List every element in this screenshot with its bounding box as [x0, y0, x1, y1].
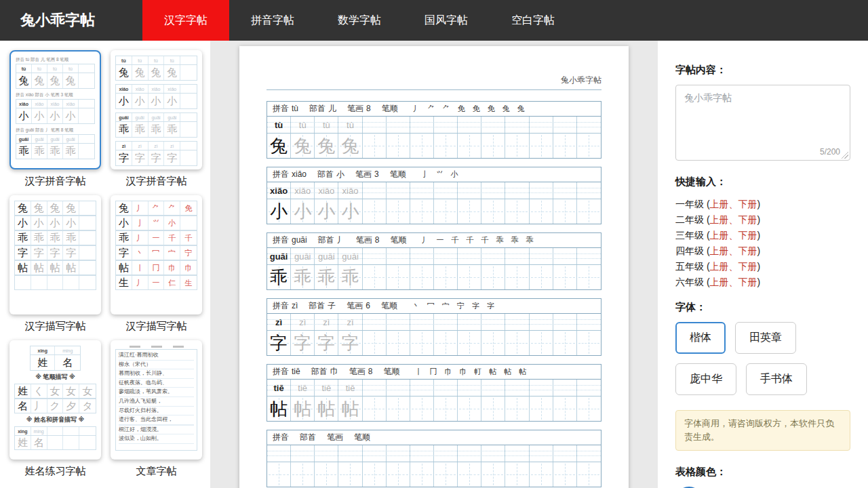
app-logo[interactable]: 兔小乖字帖 [0, 0, 142, 41]
pinyin-cell [577, 248, 601, 264]
char-glyph: 乖 [294, 266, 311, 289]
char-row: 帖帖帖帖 [267, 396, 601, 421]
mini-char-cell: 小 [149, 94, 165, 108]
font-button-4[interactable]: 手书体 [746, 363, 807, 395]
mini-pinyin-row: guāiguāiguāiguāi [16, 134, 95, 143]
char-glyph: 帖 [270, 397, 288, 421]
pinyin-cell [410, 314, 434, 330]
pinyin-cell [387, 117, 410, 133]
mini-char-cell: 丶 [132, 246, 149, 260]
mini-char-cell: 兔 [47, 73, 63, 88]
mini-char-cell [180, 122, 197, 137]
grade-link-vol2[interactable]: 下册 [738, 277, 757, 287]
tab-5[interactable]: 空白字帖 [490, 0, 576, 41]
header-value: 小 [336, 169, 344, 179]
grade-link-vol2[interactable]: 下册 [738, 199, 757, 209]
tab-3[interactable]: 数学字帖 [316, 0, 403, 41]
preview-area: 兔小乖字帖 拼音tù部首儿笔画8笔顺丿⺈⺈免免免兔兔tùtùtùtù兔兔兔兔拼音… [210, 41, 658, 488]
pinyin-cell [577, 380, 601, 396]
template-label: 汉字拼音字帖 [25, 175, 86, 188]
grade-link-vol2[interactable]: 下册 [738, 245, 757, 256]
thumb-section: guāiguāiguāiguāi乖乖乖乖 [115, 113, 197, 138]
char-glyph: 小 [294, 200, 311, 224]
char-cell [577, 331, 601, 355]
pinyin-cell [553, 314, 577, 330]
grade-link-vol1[interactable]: 上册 [710, 245, 729, 256]
char-glyph: 乖 [317, 266, 335, 289]
settings-panel: 字帖内容： 兔小乖字帖 5/200 快捷输入： 一年级 (上册、下册)二年级 (… [658, 41, 868, 488]
pinyin-cell [387, 314, 410, 330]
char-glyph: 兔 [294, 134, 311, 158]
article-line: 满江红·暮雨初收 [119, 351, 194, 361]
mini-char-cell [79, 261, 96, 274]
mini-char-cell: 一 [149, 276, 165, 289]
mini-pinyin-cell: zì [164, 142, 180, 150]
mini-header-line: 拼音 guāi 部首 丿 笔画 8 笔顺 [16, 127, 95, 134]
mini-char-cell [79, 216, 96, 230]
grade-link-vol1[interactable]: 上册 [710, 214, 729, 225]
grade-link-vol1[interactable]: 上册 [710, 230, 729, 241]
mini-char-cell: 宀 [164, 246, 180, 260]
mini-pinyin-cell: xing [15, 427, 31, 435]
template-thumbnail-pinyin-headers[interactable]: 拼音 tù 部首 儿 笔画 8 笔顺tùtùtùtù兔兔兔兔拼音 xiǎo 部首… [9, 50, 101, 169]
mini-char-cell: 小 [164, 216, 180, 230]
font-button-1[interactable]: 楷体 [675, 322, 726, 354]
pinyin-cell: zì [315, 314, 338, 330]
grade-link-vol2[interactable]: 下册 [738, 261, 757, 272]
main-layout: 拼音 tù 部首 儿 笔画 8 笔顺tùtùtùtù兔兔兔兔拼音 xiǎo 部首… [0, 41, 868, 488]
grade-link-vol1[interactable]: 上册 [710, 199, 729, 209]
pinyin-cell: tù [338, 117, 362, 133]
header-value: 8 [366, 104, 371, 113]
template-thumbnail-pinyin-simple[interactable]: tùtùtùtù兔兔兔兔xiǎoxiǎoxiǎoxiǎo小小小小guāiguāi… [111, 50, 202, 169]
template-thumbnail-trace[interactable]: 兔兔兔兔小小小小乖乖乖乖字字字字帖帖帖帖 [9, 195, 101, 314]
stroke-glyph: 千 [466, 235, 473, 245]
pinyin-cell [505, 445, 529, 462]
char-cell [530, 396, 553, 421]
grade-link-vol2[interactable]: 下册 [738, 230, 757, 241]
template-thumbnail-stroke[interactable]: 兔丿⺈⺈免小亅⺍小乖丿一千千字丶冖宀宁帖丨冂巾巾生丿一仁生 [111, 195, 202, 314]
grade-link-vol2[interactable]: 下册 [738, 214, 757, 225]
pinyin-cell: xiǎo [338, 182, 362, 199]
block-header: 拼音部首笔画笔顺 [267, 430, 601, 445]
pinyin-cell [434, 117, 458, 133]
pinyin-row [267, 445, 601, 462]
char-glyph: 乖 [341, 266, 359, 289]
tab-2[interactable]: 拼音字帖 [229, 0, 316, 41]
grade-link-vol1[interactable]: 上册 [710, 261, 729, 272]
header-label: 笔画 [347, 104, 363, 113]
pinyin-cell [315, 445, 338, 462]
mini-char-cell: 字 [132, 150, 149, 165]
tab-4[interactable]: 国风字帖 [403, 0, 490, 41]
mini-char-cell: 乖 [63, 231, 79, 245]
resize-handle-icon[interactable] [842, 152, 848, 159]
font-button-2[interactable]: 田英章 [735, 322, 796, 354]
mini-char-row: 生丿一仁生 [115, 275, 197, 290]
pinyin-cell [434, 380, 458, 396]
template-thumbnail-article[interactable]: 满江红·暮雨初收柳永（宋代）暮雨初收，长川静、征帆夜落。临岛屿、蓼烟疏淡，苇风萧… [111, 340, 202, 460]
pinyin-cell: xiǎo [291, 182, 315, 199]
mini-char-row: 帖丨冂巾巾 [115, 260, 197, 275]
pinyin-cell: zì [267, 314, 291, 330]
template-item-6: 满江红·暮雨初收柳永（宋代）暮雨初收，长川静、征帆夜落。临岛屿、蓼烟疏淡，苇风萧… [111, 340, 202, 485]
mini-char-row: 兔兔兔兔 [14, 201, 96, 216]
tab-1[interactable]: 汉字字帖 [142, 0, 229, 41]
pinyin-cell [363, 445, 387, 462]
article-header-fields [115, 346, 197, 348]
header-radical: 部首小 [317, 169, 344, 180]
mini-pinyin-cell: zì [132, 142, 149, 150]
mini-pinyin-cell: tù [149, 56, 165, 64]
char-glyph: 帖 [317, 397, 335, 421]
mini-char-cell: 兔 [15, 201, 31, 215]
mini-char-cell [79, 201, 96, 215]
header-value: guāi [292, 235, 307, 245]
preview-sheet: 兔小乖字帖 拼音tù部首儿笔画8笔顺丿⺈⺈免免免兔兔tùtùtùtù兔兔兔兔拼音… [239, 46, 629, 488]
mini-pinyin-cell: xiǎo [63, 100, 79, 108]
mini-char-row: 姓名 [30, 354, 81, 371]
font-button-3[interactable]: 庞中华 [675, 363, 736, 395]
char-glyph: 字 [341, 331, 359, 355]
grade-link-vol1[interactable]: 上册 [710, 277, 729, 287]
template-thumbnail-name[interactable]: xingming姓名※ 笔顺描写 ※姓く女女女名丿ク夕タ※ 姓名和拼音描写 ※x… [9, 340, 101, 460]
mini-char-cell: 乖 [32, 144, 47, 159]
char-cell [338, 462, 362, 487]
char-cell [387, 462, 410, 487]
